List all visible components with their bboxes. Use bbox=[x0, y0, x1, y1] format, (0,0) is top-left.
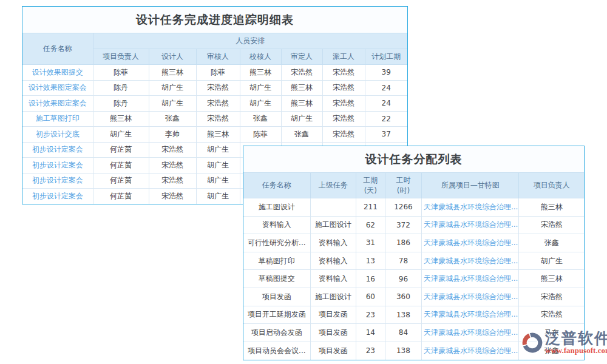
assignment-table-title: 设计任务分配列表 bbox=[243, 146, 584, 172]
table-cell: 草稿图打印 bbox=[243, 252, 310, 270]
table-cell: 78 bbox=[385, 252, 421, 270]
table-cell: 62 bbox=[356, 216, 385, 234]
table-row: 设计效果图提交陈菲熊三林陈菲熊三林宋浩然宋浩然39 bbox=[22, 65, 407, 81]
table-cell: 项目动员会会议... bbox=[243, 342, 310, 360]
table-cell: 资料输入 bbox=[310, 234, 356, 252]
table-cell: 可行性研究分析... bbox=[243, 234, 310, 252]
task-name-link[interactable]: 初步设计定案会 bbox=[22, 173, 93, 189]
gantt-project-link[interactable]: 天津蒙城县水环境综合治理... bbox=[421, 288, 518, 306]
table-cell: 资料输入 bbox=[310, 252, 356, 270]
column-header: 派工人 bbox=[322, 49, 365, 65]
table-row: 初步设计交底胡广生李帅熊三林陈菲张鑫宋浩然37 bbox=[22, 127, 407, 143]
table-cell: 360 bbox=[385, 288, 421, 306]
table-cell: 何芷茵 bbox=[93, 173, 149, 189]
table-cell: 施工图设计 bbox=[310, 216, 356, 234]
table-cell: 熊三林 bbox=[196, 127, 240, 143]
table-cell: 陈丹 bbox=[93, 80, 149, 96]
gantt-project-link[interactable]: 天津蒙城县水环境综合治理... bbox=[421, 216, 518, 234]
column-header: 所属项目—甘特图 bbox=[421, 173, 518, 198]
table-row: 草稿图打印资料输入1378天津蒙城县水环境综合治理...胡广生 bbox=[243, 252, 584, 270]
table-cell: 22 bbox=[365, 111, 407, 127]
column-header: 上级任务 bbox=[310, 173, 356, 198]
table-row: 草稿图提交资料输入1696天津蒙城县水环境综合治理...熊三林 bbox=[243, 270, 584, 288]
table-cell: 宋浩然 bbox=[322, 127, 365, 143]
task-name-link[interactable]: 初步设计定案会 bbox=[22, 142, 93, 158]
table-cell: 胡广生 bbox=[149, 96, 196, 112]
table-cell: 宋浩然 bbox=[196, 80, 240, 96]
table-row: 项目开工延期发函项目发函23138天津蒙城县水环境综合治理...宋浩然 bbox=[243, 306, 584, 324]
progress-table-title: 设计任务完成进度追踪明细表 bbox=[22, 7, 407, 33]
table-cell: 39 bbox=[365, 65, 407, 81]
gantt-project-link[interactable]: 天津蒙城县水环境综合治理... bbox=[421, 270, 518, 288]
task-assignment-table-card: 设计任务分配列表 任务名称上级任务工期 (天)工时 (时)所属项目—甘特图项目负… bbox=[243, 146, 585, 360]
table-cell: 项目启动会发函 bbox=[243, 324, 310, 342]
column-header: 审定人 bbox=[281, 49, 322, 65]
gantt-project-link[interactable]: 天津蒙城县水环境综合治理... bbox=[421, 252, 518, 270]
watermark-brand: 泛普软件 bbox=[545, 331, 607, 346]
gantt-project-link[interactable]: 天津蒙城县水环境综合治理... bbox=[421, 342, 518, 360]
task-name-link[interactable]: 设计效果图定案会 bbox=[22, 96, 93, 112]
table-row: 设计效果图定案会陈丹胡广生宋浩然胡广生熊三林宋浩然24 bbox=[22, 80, 407, 96]
table-cell: 24 bbox=[365, 80, 407, 96]
table-cell: 熊三林 bbox=[519, 198, 584, 217]
task-name-link[interactable]: 初步设计定案会 bbox=[22, 189, 93, 204]
table-cell: 宋浩然 bbox=[149, 142, 196, 158]
table-cell: 胡广生 bbox=[281, 111, 322, 127]
table-cell: 宋浩然 bbox=[322, 111, 365, 127]
table-cell: 胡广生 bbox=[149, 80, 196, 96]
table-cell: 胡广生 bbox=[240, 80, 281, 96]
table-cell: 宋浩然 bbox=[519, 216, 584, 234]
table-cell: 何芷茵 bbox=[93, 142, 149, 158]
table-row: 施工草图打印熊三林张鑫宋浩然张鑫胡广生宋浩然22 bbox=[22, 111, 407, 127]
table-row: 项目发函施工图设计60360天津蒙城县水环境综合治理...宋浩然 bbox=[243, 288, 584, 306]
gantt-project-link[interactable]: 天津蒙城县水环境综合治理... bbox=[421, 198, 518, 217]
column-header: 工时 (时) bbox=[385, 173, 421, 198]
table-cell: 熊三林 bbox=[281, 96, 322, 112]
table-cell: 胡广生 bbox=[196, 189, 240, 204]
table-cell: 宋浩然 bbox=[322, 65, 365, 81]
table-cell: 熊三林 bbox=[281, 80, 322, 96]
task-name-link[interactable]: 初步设计交底 bbox=[22, 127, 93, 143]
table-cell: 陈菲 bbox=[240, 127, 281, 143]
table-cell: 16 bbox=[356, 270, 385, 288]
table-cell: 宋浩然 bbox=[149, 158, 196, 174]
table-cell: 张鑫 bbox=[519, 234, 584, 252]
gantt-project-link[interactable]: 天津蒙城县水环境综合治理... bbox=[421, 234, 518, 252]
table-cell: 项目发函 bbox=[310, 342, 356, 360]
table-cell: 胡广生 bbox=[196, 142, 240, 158]
table-cell: 项目发函 bbox=[243, 288, 310, 306]
table-cell: 23 bbox=[356, 306, 385, 324]
task-name-link[interactable]: 设计效果图提交 bbox=[22, 65, 93, 81]
table-cell: 138 bbox=[385, 306, 421, 324]
table-row: 设计效果图定案会陈丹胡广生宋浩然胡广生熊三林宋浩然24 bbox=[22, 96, 407, 112]
table-cell: 23 bbox=[356, 342, 385, 360]
table-cell: 陈丹 bbox=[93, 96, 149, 112]
table-cell: 熊三林 bbox=[149, 65, 196, 81]
task-name-link[interactable]: 设计效果图定案会 bbox=[22, 80, 93, 96]
gantt-project-link[interactable]: 天津蒙城县水环境综合治理... bbox=[421, 306, 518, 324]
column-header: 计划工期 bbox=[365, 49, 407, 65]
table-cell: 31 bbox=[356, 234, 385, 252]
table-cell: 60 bbox=[356, 288, 385, 306]
table-cell: 14 bbox=[356, 324, 385, 342]
fanpu-watermark: 泛普软件 www.fanpusoft.com bbox=[521, 331, 607, 355]
column-header: 项目负责人 bbox=[519, 173, 584, 198]
gantt-project-link[interactable]: 天津蒙城县水环境综合治理... bbox=[421, 324, 518, 342]
table-cell: 宋浩然 bbox=[281, 65, 322, 81]
table-row: 施工图设计2111266天津蒙城县水环境综合治理...熊三林 bbox=[243, 198, 584, 217]
table-cell: 胡广生 bbox=[196, 173, 240, 189]
table-cell: 熊三林 bbox=[93, 111, 149, 127]
table-cell: 372 bbox=[385, 216, 421, 234]
table-cell: 宋浩然 bbox=[519, 306, 584, 324]
table-row: 资料输入施工图设计62372天津蒙城县水环境综合治理...宋浩然 bbox=[243, 216, 584, 234]
table-cell: 熊三林 bbox=[519, 270, 584, 288]
column-header: 任务名称 bbox=[243, 173, 310, 198]
task-name-link[interactable]: 初步设计定案会 bbox=[22, 158, 93, 174]
table-cell: 项目开工延期发函 bbox=[243, 306, 310, 324]
design-task-workspace: 设计任务完成进度追踪明细表 任务名称人员安排项目负责人设计人审核人校核人审定人派… bbox=[0, 0, 607, 364]
table-cell: 何芷茵 bbox=[93, 189, 149, 204]
task-name-link[interactable]: 施工草图打印 bbox=[22, 111, 93, 127]
column-header: 人员安排 bbox=[93, 33, 407, 49]
column-header: 校核人 bbox=[240, 49, 281, 65]
table-row: 可行性研究分析...资料输入31186天津蒙城县水环境综合治理...张鑫 bbox=[243, 234, 584, 252]
